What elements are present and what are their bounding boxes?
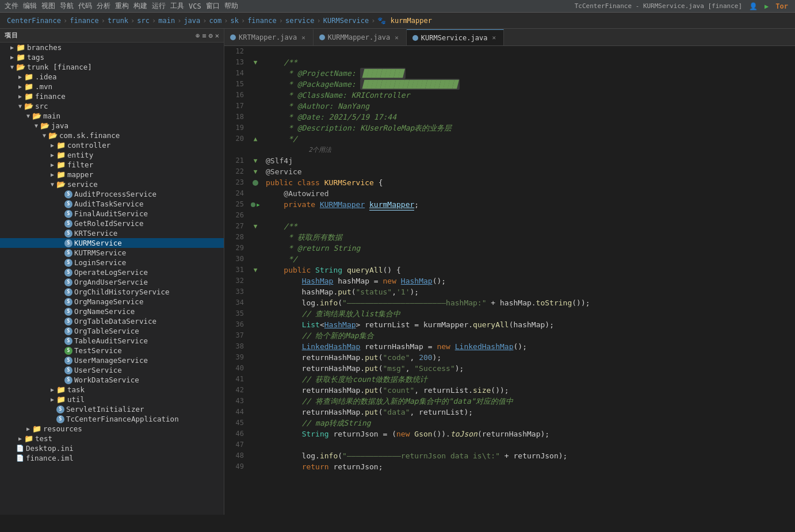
sidebar-item-branches[interactable]: ▶ 📁 branches xyxy=(0,43,224,52)
fold-icon-21[interactable]: ▼ xyxy=(254,157,258,164)
arrow-icon: ▶ xyxy=(48,152,56,158)
sidebar-item-OrgChildHistoryService[interactable]: S OrgChildHistoryService xyxy=(0,287,224,297)
sidebar-item-WorkDataService[interactable]: S WorkDataService xyxy=(0,375,224,385)
sidebar-item-OrgAndUserService[interactable]: S OrgAndUserServcie xyxy=(0,277,224,287)
fold-icon-20[interactable]: ▲ xyxy=(254,135,258,143)
menu-item-build[interactable]: 构建 xyxy=(133,1,147,11)
sidebar-item-FinalAuditService[interactable]: S FinalAuditService xyxy=(0,209,224,219)
code-line-49: return returnJson; xyxy=(266,461,795,472)
code-line-13: /** xyxy=(266,57,795,68)
sidebar-item-idea[interactable]: ▶ 📁 .idea xyxy=(0,72,224,82)
menu-item-refactor[interactable]: 重构 xyxy=(115,1,129,11)
sidebar-item-filter[interactable]: ▶ 📁 filter xyxy=(0,160,224,170)
crumb-java[interactable]: java xyxy=(184,17,200,25)
sidebar-item-KRTService[interactable]: S KRTService xyxy=(0,228,224,238)
fold-icon-22[interactable]: ▼ xyxy=(254,168,258,175)
sidebar-item-desktop-ini[interactable]: 📄 Desktop.ini xyxy=(0,443,224,453)
sidebar-item-finance-iml[interactable]: 📄 finance.iml xyxy=(0,453,224,463)
sidebar-item-main[interactable]: ▼ 📂 main xyxy=(0,111,224,121)
close-icon[interactable]: ✕ xyxy=(215,32,219,40)
fold-icon-13[interactable]: ▼ xyxy=(254,59,258,66)
menu-item-analyze[interactable]: 分析 xyxy=(97,1,110,11)
tab-kurmservice[interactable]: KURMService.java ✕ xyxy=(407,29,504,45)
menu-item-edit[interactable]: 编辑 xyxy=(23,1,37,11)
fold-icon-27[interactable]: ▼ xyxy=(254,223,258,230)
crumb-main[interactable]: main xyxy=(158,17,175,25)
menu-item-nav[interactable]: 导航 xyxy=(60,1,74,11)
crumb-com[interactable]: com xyxy=(209,17,222,25)
sidebar-item-OperateLogService[interactable]: S OperateLogService xyxy=(0,267,224,277)
collapse-icon[interactable]: ≡ xyxy=(202,32,206,40)
menu-item-tools[interactable]: 工具 xyxy=(170,1,184,11)
tab-close-krtmapper[interactable]: ✕ xyxy=(300,33,307,42)
settings-icon[interactable]: ⚙ xyxy=(209,32,213,40)
sidebar-item-src[interactable]: ▼ 📂 src xyxy=(0,101,224,111)
run-icon[interactable]: ▶ xyxy=(765,2,769,10)
sidebar-item-tags[interactable]: ▶ 📁 tags xyxy=(0,52,224,62)
tab-close-kurmservice[interactable]: ✕ xyxy=(490,33,498,42)
sidebar-item-OrgNameService[interactable]: S OrgNameService xyxy=(0,307,224,316)
sidebar-item-TcCenterFinanceApplication[interactable]: S TcCenterFinanceApplication xyxy=(0,414,224,424)
tab-kurmmapper[interactable]: KURMMapper.java ✕ xyxy=(314,29,407,45)
arrow-icon: ▶ xyxy=(16,93,24,99)
sidebar-item-UserService[interactable]: S UserService xyxy=(0,365,224,375)
service-java-icon: S xyxy=(64,298,72,306)
sidebar-item-service[interactable]: ▼ 📂 service xyxy=(0,179,224,189)
crumb-service[interactable]: service xyxy=(285,17,315,25)
crumb-finance[interactable]: finance xyxy=(70,17,99,25)
user-icon[interactable]: 👤 xyxy=(749,2,758,10)
crumb-finance2[interactable]: finance xyxy=(247,17,277,25)
sidebar-item-OrgTableService[interactable]: S OrgTableService xyxy=(0,326,224,336)
sidebar-item-AuditProcessService[interactable]: S AuditProcessService xyxy=(0,189,224,199)
sidebar-item-util[interactable]: ▶ 📁 util xyxy=(0,395,224,404)
menu-item-window[interactable]: 窗口 xyxy=(206,1,220,11)
sidebar-item-trunk[interactable]: ▼ 📂 trunk [finance] xyxy=(0,62,224,72)
arrow-icon: ▶ xyxy=(16,74,24,80)
sidebar-item-java[interactable]: ▼ 📂 java xyxy=(0,121,224,131)
sidebar-item-KUTRMService[interactable]: S KUTRMService xyxy=(0,248,224,258)
menu-item-file[interactable]: 文件 xyxy=(5,1,18,11)
sidebar-item-com-sk-finance[interactable]: ▼ 📂 com.sk.finance xyxy=(0,131,224,140)
sidebar-item-task[interactable]: ▶ 📁 task xyxy=(0,385,224,395)
crumb-trunk[interactable]: trunk xyxy=(108,17,128,25)
code-line-30: */ xyxy=(266,254,795,265)
sidebar-item-mapper[interactable]: ▶ 📁 mapper xyxy=(0,170,224,179)
menu-item-help[interactable]: 帮助 xyxy=(224,1,238,11)
ini-icon: 📄 xyxy=(16,445,24,452)
sidebar-item-test[interactable]: ▶ 📁 test xyxy=(0,434,224,443)
sidebar-item-AuditTaskService[interactable]: S AuditTaskService xyxy=(0,199,224,209)
sidebar-item-UserManageService[interactable]: S UserManageService xyxy=(0,355,224,365)
folder-open-icon: 📂 xyxy=(16,63,25,71)
sidebar-item-TestService[interactable]: S TestService xyxy=(0,346,224,355)
run-icon-25[interactable]: ▶ xyxy=(257,202,259,208)
code-line-25: private KURMMapper kurmMapper; xyxy=(266,199,795,210)
sidebar-item-resources[interactable]: ▶ 📁 resources xyxy=(0,424,224,434)
sidebar-item-controller[interactable]: ▶ 📁 controller xyxy=(0,140,224,150)
menu-item-code[interactable]: 代码 xyxy=(78,1,92,11)
locate-icon[interactable]: ⊕ xyxy=(196,32,200,40)
code-line-19: * @Description: KUserRoleMap表的业务层 xyxy=(266,123,795,133)
fold-icon-31[interactable]: ▼ xyxy=(254,266,258,274)
sidebar-item-GetRoleIdService[interactable]: S GetRoleIdService xyxy=(0,219,224,228)
sidebar-item-KURMService[interactable]: S KURMService xyxy=(0,238,224,248)
sidebar-item-OrgTableDataService[interactable]: S OrgTableDataService xyxy=(0,316,224,326)
sidebar-item-mvn[interactable]: ▶ 📁 .mvn xyxy=(0,82,224,91)
crumb-kurmservice[interactable]: KURMService xyxy=(323,17,369,25)
sidebar-item-TableAuditService[interactable]: S TableAuditService xyxy=(0,336,224,346)
crumb-sk[interactable]: sk xyxy=(230,17,238,25)
sidebar-item-LoginService[interactable]: S LoginService xyxy=(0,258,224,267)
tab-close-kurmmapper[interactable]: ✕ xyxy=(393,33,400,42)
service-java-icon: S xyxy=(64,229,72,238)
sidebar-item-finance[interactable]: ▶ 📁 finance xyxy=(0,91,224,101)
arrow-icon: ▼ xyxy=(16,103,24,109)
sidebar-item-ServletInitializer[interactable]: S ServletInitializer xyxy=(0,404,224,414)
crumb-src[interactable]: src xyxy=(137,17,150,25)
tab-krtmapper[interactable]: KRTMapper.java ✕ xyxy=(224,29,314,45)
menu-item-run[interactable]: 运行 xyxy=(152,1,166,11)
menu-item-view[interactable]: 视图 xyxy=(41,1,55,11)
menu-item-vcs[interactable]: VCS xyxy=(189,2,201,10)
sidebar-item-OrgManageService[interactable]: S OrgManageService xyxy=(0,297,224,307)
sidebar-item-entity[interactable]: ▶ 📁 entity xyxy=(0,150,224,160)
crumb-kurmservice2[interactable]: 🐾 kurmMapper xyxy=(377,17,431,25)
crumb-centerfinance[interactable]: CenterFinance xyxy=(7,17,61,25)
